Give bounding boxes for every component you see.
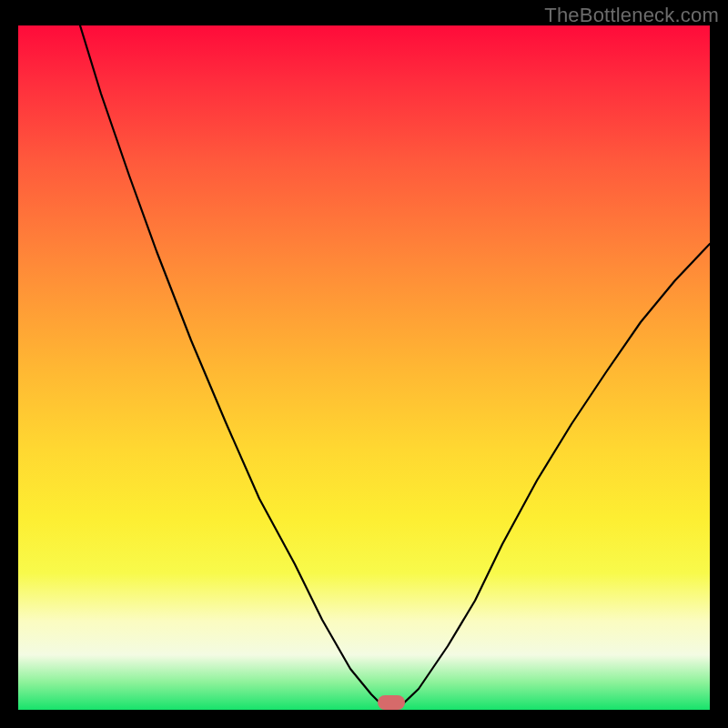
chart-frame: TheBottleneck.com xyxy=(0,0,728,728)
plot-area xyxy=(18,25,710,710)
curve-path xyxy=(80,25,710,708)
bottleneck-curve xyxy=(18,25,710,710)
watermark-text: TheBottleneck.com xyxy=(544,4,719,27)
optimal-marker xyxy=(378,695,405,710)
